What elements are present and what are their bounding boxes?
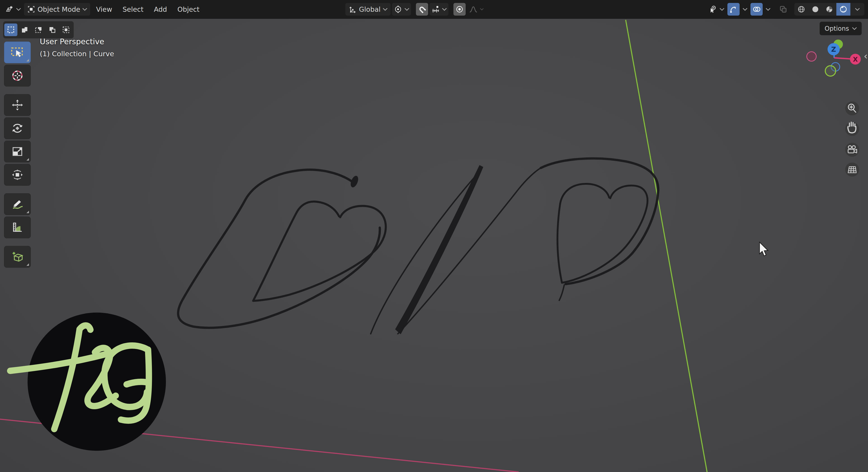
menu-object[interactable]: Object — [173, 3, 204, 15]
logo-badge — [10, 312, 166, 451]
select-box-icon — [10, 46, 24, 59]
options-label: Options — [825, 25, 849, 32]
tool-subtools-corner — [26, 211, 29, 213]
gizmo-axis-neg-x[interactable] — [807, 52, 816, 61]
editor-type-selector[interactable] — [3, 3, 23, 15]
show-gizmo-dropdown[interactable] — [741, 3, 749, 15]
options-dropdown[interactable]: Options — [819, 22, 862, 35]
select-mode-invert[interactable] — [46, 24, 59, 36]
tool-annotate[interactable] — [4, 193, 31, 215]
transform-orientation-dropdown[interactable]: Global — [345, 3, 391, 15]
signature-curve-object[interactable] — [178, 159, 658, 334]
shading-solid-button[interactable] — [808, 3, 822, 15]
wireframe-sphere-icon — [797, 5, 806, 13]
overlays-icon — [752, 5, 761, 13]
snap-target-dropdown[interactable] — [430, 3, 448, 15]
nav-gizmo[interactable]: Z X — [807, 39, 861, 76]
toggle-orthographic-button[interactable] — [845, 163, 859, 177]
select-extend-icon — [21, 26, 29, 34]
stroke-left-heart-right — [253, 206, 386, 301]
tool-subtools-corner — [26, 263, 29, 266]
viewport-side-buttons — [845, 101, 859, 177]
annotate-pencil-icon — [11, 198, 24, 210]
viewport-editor-icon — [5, 5, 14, 13]
mode-dropdown-label: Object Mode — [37, 5, 80, 13]
proportional-editing-toggle[interactable] — [454, 3, 466, 15]
xray-icon — [779, 5, 787, 13]
viewport-header: Object Mode View Select Add Object Globa… — [0, 0, 868, 19]
shading-wireframe-button[interactable] — [794, 3, 808, 15]
select-set-icon — [7, 26, 15, 34]
pivot-point-icon — [394, 5, 402, 13]
gizmo-axis-neg-y[interactable] — [825, 66, 836, 76]
tool-move[interactable] — [4, 94, 31, 116]
object-visibility-icon — [708, 5, 717, 14]
view-name-label: User Perspective — [40, 37, 104, 46]
select-mode-strip — [3, 21, 74, 38]
scale-icon — [11, 145, 24, 158]
tool-rotate[interactable] — [4, 117, 31, 139]
rendered-sphere-icon — [839, 5, 848, 13]
shading-rendered-button[interactable] — [836, 3, 850, 15]
tool-scale[interactable] — [4, 141, 31, 162]
menu-select[interactable]: Select — [118, 3, 148, 15]
pan-button[interactable] — [845, 122, 859, 136]
sidebar-collapse-arrow[interactable]: ‹ — [864, 52, 868, 61]
stroke-n-up — [371, 170, 481, 334]
tool-select-box[interactable] — [4, 41, 31, 63]
snap-increment-icon — [431, 5, 440, 13]
tool-subtools-corner — [26, 158, 29, 161]
object-visibility-dropdown[interactable] — [707, 3, 726, 15]
tool-add-cube[interactable] — [4, 246, 31, 268]
show-overlays-toggle[interactable] — [750, 3, 763, 15]
pivot-point-dropdown[interactable] — [392, 3, 411, 15]
camera-view-button[interactable] — [845, 143, 859, 157]
mouse-cursor — [760, 242, 768, 256]
tool-subtools-corner — [26, 59, 29, 61]
snap-toggle[interactable] — [416, 3, 428, 15]
stroke-right-heart-lobe1 — [560, 184, 609, 204]
select-intersect-icon — [62, 26, 70, 34]
falloff-curve-icon — [469, 5, 478, 13]
show-overlays-dropdown[interactable] — [764, 3, 772, 15]
transform-icon — [11, 169, 24, 181]
solid-sphere-icon — [811, 5, 819, 13]
select-mode-intersect[interactable] — [59, 24, 72, 36]
shading-mode-group — [794, 3, 864, 15]
select-mode-subtract[interactable] — [32, 24, 45, 36]
stroke-right-tail — [559, 285, 564, 300]
add-cube-icon — [11, 251, 24, 263]
shading-dropdown[interactable] — [850, 3, 864, 15]
menu-add[interactable]: Add — [149, 3, 172, 15]
stroke-right-heart-left — [557, 204, 562, 283]
active-object-breadcrumb: (1) Collection | Curve — [40, 50, 114, 58]
show-gizmo-toggle[interactable] — [727, 3, 740, 15]
tool-transform[interactable] — [4, 164, 31, 186]
mode-dropdown[interactable]: Object Mode — [24, 3, 90, 15]
material-sphere-icon — [825, 5, 834, 13]
viewport-canvas[interactable]: Z X — [0, 0, 868, 472]
object-mode-icon — [27, 5, 35, 13]
select-subtract-icon — [34, 26, 42, 34]
orientation-label: Global — [359, 5, 381, 13]
gizmo-x-label: X — [853, 56, 858, 63]
tool-cursor[interactable] — [4, 65, 31, 87]
stroke-left-heart-left — [253, 202, 339, 301]
menu-view[interactable]: View — [92, 3, 117, 15]
proportional-falloff-dropdown[interactable] — [467, 3, 485, 15]
rotate-icon — [11, 122, 24, 134]
select-mode-extend[interactable] — [18, 24, 31, 36]
shading-material-button[interactable] — [822, 3, 836, 15]
gizmo-icon — [729, 5, 738, 13]
toggle-xray[interactable] — [777, 3, 789, 15]
magnet-icon — [418, 5, 426, 13]
select-invert-icon — [48, 26, 56, 34]
toolbar — [4, 41, 31, 268]
select-mode-set[interactable] — [4, 24, 18, 36]
orientation-axes-icon — [348, 5, 357, 13]
zoom-button[interactable] — [845, 101, 859, 115]
gizmo-z-label: Z — [831, 45, 836, 53]
tool-measure[interactable] — [4, 216, 31, 238]
stroke-right-heart-right — [562, 186, 648, 283]
blender-window: Z X — [0, 0, 868, 472]
